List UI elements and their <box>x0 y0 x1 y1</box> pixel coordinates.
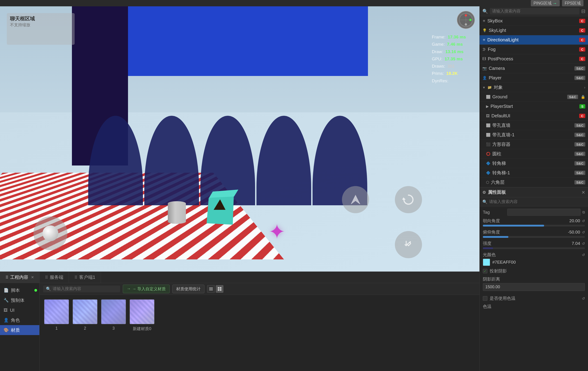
fps-label: FPS区域 <box>565 1 581 5</box>
hier-item-playerstart[interactable]: ▶ PlayerStart S <box>480 102 588 111</box>
list-view-button[interactable] <box>207 285 215 293</box>
stat-prims: Prims: 18.2K <box>432 70 466 77</box>
action-button-interact[interactable] <box>395 231 422 258</box>
prop-azimuth-reset[interactable]: ↺ <box>582 219 585 223</box>
gizmo[interactable] <box>457 11 475 29</box>
skybox-label: SkyBox <box>487 18 503 23</box>
hier-item-objects-folder[interactable]: ▼ 📁 对象 › <box>480 83 588 92</box>
hier-item-hexlayer[interactable]: ⬡ 六角层 S&C <box>480 178 588 187</box>
wall2-icon: ⬜ <box>486 133 491 137</box>
hier-item-defaultui[interactable]: 🖼 DefaultUI C <box>480 111 588 121</box>
hier-item-camera[interactable]: 📷 Camera S&C <box>480 64 588 73</box>
hier-item-cylinder[interactable]: ⭕ 圆柱 S&C <box>480 149 588 159</box>
prop-intensity-label: 强度 <box>483 241 492 247</box>
materials-search-input[interactable] <box>53 287 117 291</box>
hier-item-skylight[interactable]: 💡 SkyLight C <box>480 26 588 35</box>
joystick[interactable] <box>33 216 67 250</box>
hierarchy-search-box[interactable] <box>490 8 579 14</box>
viewport[interactable]: ✦ 聊天框区域 不支持缩放 Frame: 17.36 ms Game: 7.46… <box>0 6 479 271</box>
grid-view-button[interactable] <box>216 285 223 293</box>
stat-draws: Draws: 351 <box>432 63 466 70</box>
prop-shadow-dist-label: 阴影距离 <box>483 276 500 282</box>
prop-elevation-track[interactable] <box>483 236 585 238</box>
fps-badge: FPS区域 <box>562 0 583 6</box>
wall1-label: 带孔直墙 <box>492 122 510 128</box>
prop-lightcolor-reset[interactable]: ↺ <box>582 253 585 257</box>
prop-search: 🔍 <box>480 197 588 206</box>
material-card-1[interactable]: 1 <box>44 299 69 331</box>
arch-opening-4 <box>256 116 311 205</box>
filter-icon[interactable]: ⊟ <box>581 8 585 14</box>
tab-icon-client: ⠿ <box>74 275 77 280</box>
hier-item-player[interactable]: 👤 Player S&C <box>480 73 588 83</box>
hierarchy-search-input[interactable] <box>492 9 577 14</box>
material-card-new[interactable]: 新建材质0 <box>130 299 155 331</box>
prop-tag-input[interactable] <box>507 209 580 216</box>
hier-item-stairs1[interactable]: 🔷 转角梯 S&C <box>480 159 588 168</box>
action-button-attack[interactable] <box>342 186 369 213</box>
ground-icon: ⬜ <box>486 95 491 99</box>
prop-intensity-reset[interactable]: ↺ <box>582 241 585 246</box>
hier-item-stairs2[interactable]: 🔷 转角梯-1 S&C <box>480 168 588 178</box>
cylinder-badge: S&C <box>574 152 585 156</box>
camera-badge: S&C <box>574 66 585 71</box>
tab-client[interactable]: ⠿ 客户端1 <box>69 272 101 283</box>
sidebar-item-material[interactable]: 🎨 材质 <box>0 325 39 335</box>
chat-overlay: 聊天框区域 不支持缩放 <box>7 13 75 45</box>
hier-item-wall2[interactable]: ⬜ 带孔直墙-1 S&C <box>480 130 588 140</box>
materials-search-box[interactable]: 🔍 <box>43 286 120 292</box>
import-material-button[interactable]: → → 导入自定义材质 <box>123 285 170 293</box>
svg-rect-8 <box>209 288 213 288</box>
hier-item-skybox[interactable]: ☀ SkyBox C <box>480 16 588 26</box>
bottom-sidebar: 📄 脚本 🔧 预制体 🖼 UI 👤 角色 <box>0 283 40 371</box>
material-card-2[interactable]: 2 <box>73 299 97 331</box>
prop-shadow-label: 投射阴影 <box>490 268 507 274</box>
action-button-refresh[interactable] <box>395 186 422 213</box>
prop-search-input[interactable] <box>489 199 585 204</box>
hier-item-fog[interactable]: 🌫 Fog C <box>480 45 588 54</box>
svg-rect-11 <box>218 287 219 289</box>
objects-folder-label: 对象 <box>494 84 503 91</box>
material-label-new: 新建材质0 <box>133 326 151 331</box>
postprocess-icon: 🎞 <box>482 57 486 61</box>
prop-colortemp-checkbox[interactable] <box>483 296 487 301</box>
tab-project-content[interactable]: ⠿ 工程内容 ✕ <box>0 272 40 283</box>
hier-item-postprocess[interactable]: 🎞 PostProcess C <box>480 54 588 64</box>
prop-copy-button[interactable]: ⧉ <box>582 210 585 214</box>
fog-label: Fog <box>488 47 495 52</box>
hier-item-ground[interactable]: ⬜ Ground S&C 🔒 <box>480 92 588 102</box>
properties-section: ⚙ 属性面板 ✕ 🔍 Tag ⧉ 朝向角度 <box>480 187 588 371</box>
hier-item-squarecontainer[interactable]: ⬛ 方形容器 S&C <box>480 140 588 149</box>
prop-azimuth-track[interactable] <box>483 225 585 227</box>
prop-intensity-track[interactable] <box>483 247 585 249</box>
sidebar-item-prefab[interactable]: 🔧 预制体 <box>0 295 39 305</box>
stats-overlay: Frame: 17.36 ms Game: 7.46 ms Draw: 13.1… <box>432 33 466 84</box>
prop-temp-section: 色温 <box>483 304 585 309</box>
close-project-tab[interactable]: ✕ <box>31 275 34 279</box>
material-stats-button[interactable]: 材质使用统计 <box>172 285 204 293</box>
svg-point-4 <box>469 19 472 21</box>
stairs1-label: 转角梯 <box>492 160 506 166</box>
sidebar-item-character[interactable]: 👤 角色 <box>0 315 39 325</box>
main-area: ✦ 聊天框区域 不支持缩放 Frame: 17.36 ms Game: 7.46… <box>0 6 588 371</box>
prop-elevation-reset[interactable]: ↺ <box>582 230 585 235</box>
prop-close-button[interactable]: ✕ <box>581 190 585 195</box>
hexlayer-badge: S&C <box>574 180 585 185</box>
sidebar-item-ui[interactable]: 🖼 UI <box>0 305 39 315</box>
material-card-3[interactable]: 3 <box>101 299 126 331</box>
svg-rect-9 <box>209 289 213 289</box>
tab-server[interactable]: ⠿ 服务端 <box>40 272 69 283</box>
sidebar-item-script[interactable]: 📄 脚本 <box>0 285 39 295</box>
hier-item-directionallight[interactable]: ☀ DirectionalLight C <box>480 35 588 45</box>
prop-colortemp-reset[interactable]: ↺ <box>582 296 585 301</box>
squarecontainer-icon: ⬛ <box>486 142 491 146</box>
prop-shadow-checkbox[interactable]: ✓ <box>483 269 487 273</box>
cylinder-label: 圆柱 <box>492 151 501 157</box>
svg-rect-10 <box>209 290 213 290</box>
hier-item-wall1[interactable]: ⬜ 带孔直墙 S&C <box>480 121 588 130</box>
directionallight-icon: ☀ <box>482 38 485 42</box>
tab-label-client: 客户端1 <box>79 274 95 280</box>
color-swatch[interactable] <box>483 259 490 266</box>
sidebar-label-character: 角色 <box>11 317 20 323</box>
prop-shadow-dist-input[interactable] <box>483 283 585 291</box>
